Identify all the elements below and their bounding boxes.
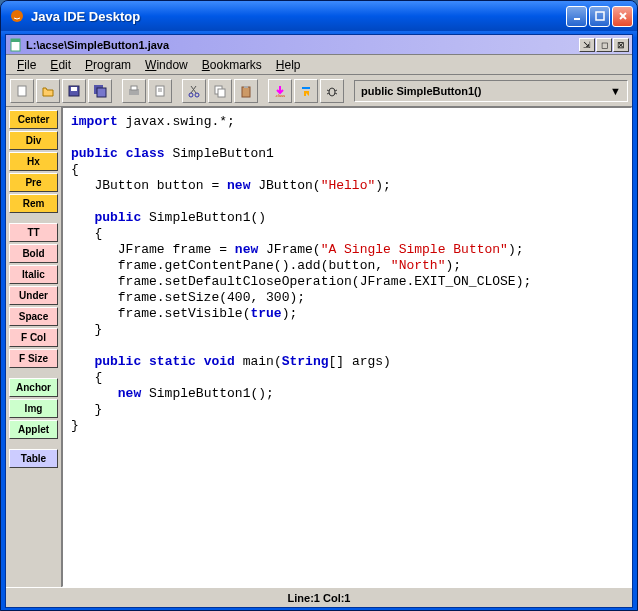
svg-rect-24 [244, 86, 248, 88]
document-titlebar[interactable]: L:\acse\SimpleButton1.java ⇲ ◻ ⊠ [6, 35, 632, 55]
compile-button[interactable]: .class [268, 79, 292, 103]
toolbar: .class public SimpleButton1() ▼ [6, 75, 632, 107]
applet-button[interactable]: Applet [9, 420, 58, 439]
svg-rect-6 [11, 39, 20, 42]
svg-rect-26 [302, 87, 310, 89]
method-dropdown[interactable]: public SimpleButton1() ▼ [354, 80, 628, 102]
space-button[interactable]: Space [9, 307, 58, 326]
svg-rect-9 [71, 87, 77, 91]
italic-button[interactable]: Italic [9, 265, 58, 284]
paste-button[interactable] [234, 79, 258, 103]
print-button[interactable] [122, 79, 146, 103]
document-icon [9, 38, 23, 52]
minimize-button[interactable] [566, 6, 587, 27]
save-button[interactable] [62, 79, 86, 103]
menu-program[interactable]: Program [78, 56, 138, 74]
fsize-button[interactable]: F Size [9, 349, 58, 368]
svg-point-27 [329, 88, 335, 96]
page-icon [153, 84, 167, 98]
svg-point-20 [195, 93, 199, 97]
svg-rect-2 [596, 12, 604, 20]
html-tools-panel: Center Div Hx Pre Rem TT Bold Italic Und… [6, 107, 62, 587]
chevron-down-icon: ▼ [610, 85, 621, 97]
new-file-button[interactable] [10, 79, 34, 103]
save-all-button[interactable] [88, 79, 112, 103]
app-window: Java IDE Desktop L:\acse\SimpleButton1.j… [0, 0, 638, 611]
mdi-restore-button[interactable]: ⇲ [579, 38, 595, 52]
paste-icon [239, 84, 253, 98]
open-folder-icon [41, 84, 55, 98]
under-button[interactable]: Under [9, 286, 58, 305]
titlebar[interactable]: Java IDE Desktop [1, 1, 637, 31]
menu-help[interactable]: Help [269, 56, 308, 74]
download-class-icon: .class [273, 84, 287, 98]
window-title: Java IDE Desktop [29, 9, 566, 24]
svg-rect-23 [242, 87, 250, 97]
cut-icon [187, 84, 201, 98]
print-icon [127, 84, 141, 98]
menu-window[interactable]: Window [138, 56, 195, 74]
svg-text:.class: .class [275, 93, 285, 98]
mdi-area: L:\acse\SimpleButton1.java ⇲ ◻ ⊠ File Ed… [5, 34, 633, 608]
fcol-button[interactable]: F Col [9, 328, 58, 347]
statusbar: Line:1 Col:1 [6, 587, 632, 607]
svg-rect-7 [18, 86, 26, 96]
print-preview-button[interactable] [148, 79, 172, 103]
copy-icon [213, 84, 227, 98]
div-button[interactable]: Div [9, 131, 58, 150]
java-icon [9, 8, 25, 24]
cursor-position: Line:1 Col:1 [288, 592, 351, 604]
img-button[interactable]: Img [9, 399, 58, 418]
menubar: File Edit Program Window Bookmarks Help [6, 55, 632, 75]
method-dropdown-label: public SimpleButton1() [361, 85, 481, 97]
debug-button[interactable] [320, 79, 344, 103]
save-icon [67, 84, 81, 98]
save-all-icon [93, 84, 107, 98]
maximize-button[interactable] [589, 6, 610, 27]
open-file-button[interactable] [36, 79, 60, 103]
new-file-icon [15, 84, 29, 98]
code-editor[interactable]: import javax.swing.*; public class Simpl… [62, 107, 632, 587]
svg-point-0 [11, 10, 23, 22]
svg-rect-11 [97, 88, 106, 97]
run-icon [299, 84, 313, 98]
svg-rect-22 [218, 89, 225, 97]
anchor-button[interactable]: Anchor [9, 378, 58, 397]
pre-button[interactable]: Pre [9, 173, 58, 192]
svg-point-19 [189, 93, 193, 97]
menu-bookmarks[interactable]: Bookmarks [195, 56, 269, 74]
run-button[interactable] [294, 79, 318, 103]
mdi-close-button[interactable]: ⊠ [613, 38, 629, 52]
svg-rect-13 [131, 86, 137, 90]
bug-icon [325, 84, 339, 98]
rem-button[interactable]: Rem [9, 194, 58, 213]
document-path: L:\acse\SimpleButton1.java [26, 39, 579, 51]
bold-button[interactable]: Bold [9, 244, 58, 263]
copy-button[interactable] [208, 79, 232, 103]
table-button[interactable]: Table [9, 449, 58, 468]
mdi-maximize-button[interactable]: ◻ [596, 38, 612, 52]
tt-button[interactable]: TT [9, 223, 58, 242]
hx-button[interactable]: Hx [9, 152, 58, 171]
cut-button[interactable] [182, 79, 206, 103]
menu-file[interactable]: File [10, 56, 43, 74]
center-button[interactable]: Center [9, 110, 58, 129]
close-button[interactable] [612, 6, 633, 27]
menu-edit[interactable]: Edit [43, 56, 78, 74]
